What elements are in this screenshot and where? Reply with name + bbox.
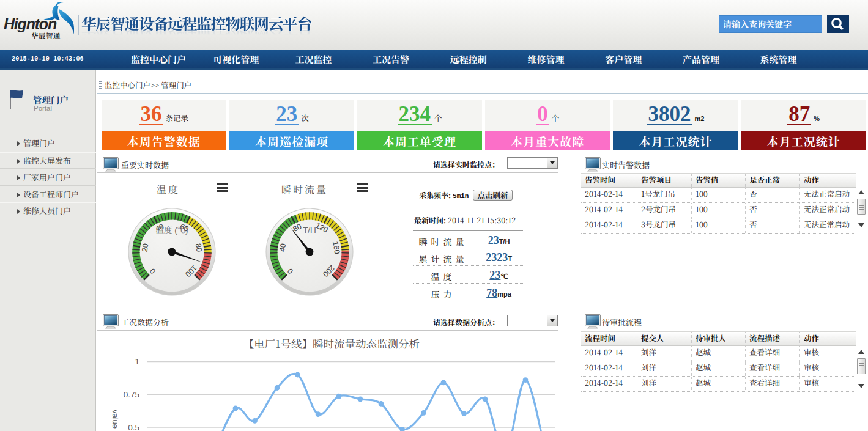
svg-text:0.5: 0.5 — [128, 423, 139, 431]
svg-text:T/H: T/H — [303, 226, 316, 235]
svg-text:1: 1 — [135, 357, 139, 366]
svg-text:【电厂1号线】瞬时流量动态监测分析: 【电厂1号线】瞬时流量动态监测分析 — [243, 336, 420, 351]
svg-text:40: 40 — [278, 243, 287, 252]
svg-text:20: 20 — [140, 243, 150, 252]
svg-text:温度 (℃): 温度 (℃) — [155, 226, 188, 235]
svg-text:0.75: 0.75 — [124, 390, 139, 399]
svg-text:value: value — [111, 410, 120, 429]
svg-text:80: 80 — [194, 243, 204, 252]
